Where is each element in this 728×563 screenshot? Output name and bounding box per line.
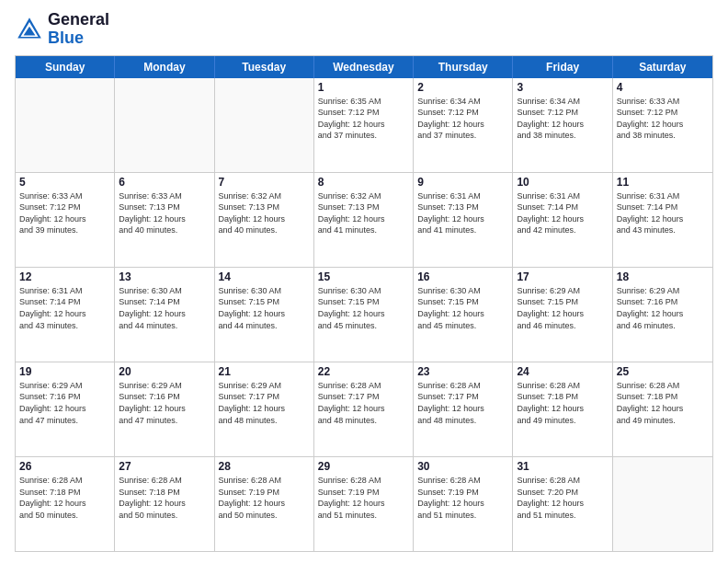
day-number: 22 <box>318 365 409 378</box>
day-info: Sunrise: 6:29 AM Sunset: 7:15 PM Dayligh… <box>517 285 608 331</box>
calendar: SundayMondayTuesdayWednesdayThursdayFrid… <box>15 55 713 552</box>
day-cell: 8Sunrise: 6:32 AM Sunset: 7:13 PM Daylig… <box>314 173 414 267</box>
day-cell: 20Sunrise: 6:29 AM Sunset: 7:16 PM Dayli… <box>115 362 214 456</box>
weekday-header: Monday <box>115 56 214 78</box>
weekday-header: Wednesday <box>314 56 414 78</box>
day-cell: 5Sunrise: 6:33 AM Sunset: 7:12 PM Daylig… <box>16 173 115 267</box>
day-info: Sunrise: 6:31 AM Sunset: 7:13 PM Dayligh… <box>417 190 508 236</box>
day-cell: 15Sunrise: 6:30 AM Sunset: 7:15 PM Dayli… <box>314 268 414 362</box>
calendar-row: 19Sunrise: 6:29 AM Sunset: 7:16 PM Dayli… <box>16 362 712 457</box>
day-info: Sunrise: 6:28 AM Sunset: 7:20 PM Dayligh… <box>517 475 608 521</box>
header: General Blue <box>15 11 713 48</box>
day-info: Sunrise: 6:31 AM Sunset: 7:14 PM Dayligh… <box>517 190 608 236</box>
day-cell: 10Sunrise: 6:31 AM Sunset: 7:14 PM Dayli… <box>513 173 612 267</box>
day-cell: 11Sunrise: 6:31 AM Sunset: 7:14 PM Dayli… <box>613 173 712 267</box>
empty-cell <box>215 78 314 172</box>
day-number: 7 <box>219 176 310 189</box>
day-cell: 18Sunrise: 6:29 AM Sunset: 7:16 PM Dayli… <box>613 268 712 362</box>
day-cell: 28Sunrise: 6:28 AM Sunset: 7:19 PM Dayli… <box>215 457 314 551</box>
day-info: Sunrise: 6:28 AM Sunset: 7:18 PM Dayligh… <box>617 380 709 426</box>
day-cell: 6Sunrise: 6:33 AM Sunset: 7:13 PM Daylig… <box>115 173 214 267</box>
day-info: Sunrise: 6:28 AM Sunset: 7:17 PM Dayligh… <box>318 380 409 426</box>
day-info: Sunrise: 6:33 AM Sunset: 7:12 PM Dayligh… <box>617 96 709 142</box>
day-cell: 23Sunrise: 6:28 AM Sunset: 7:17 PM Dayli… <box>414 362 513 456</box>
day-number: 18 <box>617 270 709 283</box>
day-info: Sunrise: 6:30 AM Sunset: 7:15 PM Dayligh… <box>219 285 310 331</box>
day-info: Sunrise: 6:30 AM Sunset: 7:15 PM Dayligh… <box>417 285 508 331</box>
day-info: Sunrise: 6:30 AM Sunset: 7:14 PM Dayligh… <box>119 285 210 331</box>
day-info: Sunrise: 6:31 AM Sunset: 7:14 PM Dayligh… <box>617 190 709 236</box>
day-info: Sunrise: 6:33 AM Sunset: 7:12 PM Dayligh… <box>19 190 110 236</box>
day-info: Sunrise: 6:31 AM Sunset: 7:14 PM Dayligh… <box>19 285 110 331</box>
day-info: Sunrise: 6:28 AM Sunset: 7:18 PM Dayligh… <box>19 475 110 521</box>
day-cell: 31Sunrise: 6:28 AM Sunset: 7:20 PM Dayli… <box>513 457 612 551</box>
day-number: 31 <box>517 460 608 473</box>
day-cell: 7Sunrise: 6:32 AM Sunset: 7:13 PM Daylig… <box>215 173 314 267</box>
day-number: 3 <box>517 81 608 94</box>
day-cell: 9Sunrise: 6:31 AM Sunset: 7:13 PM Daylig… <box>414 173 513 267</box>
day-info: Sunrise: 6:30 AM Sunset: 7:15 PM Dayligh… <box>318 285 409 331</box>
day-info: Sunrise: 6:28 AM Sunset: 7:18 PM Dayligh… <box>119 475 210 521</box>
weekday-header: Tuesday <box>215 56 314 78</box>
day-cell: 30Sunrise: 6:28 AM Sunset: 7:19 PM Dayli… <box>414 457 513 551</box>
day-number: 4 <box>617 81 709 94</box>
day-info: Sunrise: 6:29 AM Sunset: 7:16 PM Dayligh… <box>617 285 709 331</box>
day-info: Sunrise: 6:34 AM Sunset: 7:12 PM Dayligh… <box>517 96 608 142</box>
day-number: 10 <box>517 176 608 189</box>
day-info: Sunrise: 6:33 AM Sunset: 7:13 PM Dayligh… <box>119 190 210 236</box>
day-number: 20 <box>119 365 210 378</box>
calendar-row: 26Sunrise: 6:28 AM Sunset: 7:18 PM Dayli… <box>16 457 712 551</box>
day-number: 24 <box>517 365 608 378</box>
day-info: Sunrise: 6:32 AM Sunset: 7:13 PM Dayligh… <box>219 190 310 236</box>
day-number: 23 <box>417 365 508 378</box>
day-cell: 3Sunrise: 6:34 AM Sunset: 7:12 PM Daylig… <box>513 78 612 172</box>
logo-general: General <box>48 11 109 29</box>
day-info: Sunrise: 6:28 AM Sunset: 7:19 PM Dayligh… <box>417 475 508 521</box>
day-cell: 17Sunrise: 6:29 AM Sunset: 7:15 PM Dayli… <box>513 268 612 362</box>
weekday-header: Saturday <box>613 56 712 78</box>
empty-cell <box>613 457 712 551</box>
calendar-row: 1Sunrise: 6:35 AM Sunset: 7:12 PM Daylig… <box>16 78 712 173</box>
day-number: 28 <box>219 460 310 473</box>
day-cell: 27Sunrise: 6:28 AM Sunset: 7:18 PM Dayli… <box>115 457 214 551</box>
day-number: 17 <box>517 270 608 283</box>
day-number: 16 <box>417 270 508 283</box>
day-cell: 22Sunrise: 6:28 AM Sunset: 7:17 PM Dayli… <box>314 362 414 456</box>
calendar-row: 5Sunrise: 6:33 AM Sunset: 7:12 PM Daylig… <box>16 173 712 268</box>
empty-cell <box>16 78 115 172</box>
calendar-row: 12Sunrise: 6:31 AM Sunset: 7:14 PM Dayli… <box>16 268 712 362</box>
day-info: Sunrise: 6:29 AM Sunset: 7:17 PM Dayligh… <box>219 380 310 426</box>
day-number: 29 <box>318 460 409 473</box>
day-cell: 21Sunrise: 6:29 AM Sunset: 7:17 PM Dayli… <box>215 362 314 456</box>
day-number: 6 <box>119 176 210 189</box>
day-number: 30 <box>417 460 508 473</box>
day-number: 8 <box>318 176 409 189</box>
day-info: Sunrise: 6:29 AM Sunset: 7:16 PM Dayligh… <box>119 380 210 426</box>
day-number: 2 <box>417 81 508 94</box>
day-cell: 1Sunrise: 6:35 AM Sunset: 7:12 PM Daylig… <box>314 78 414 172</box>
day-info: Sunrise: 6:28 AM Sunset: 7:18 PM Dayligh… <box>517 380 608 426</box>
day-cell: 14Sunrise: 6:30 AM Sunset: 7:15 PM Dayli… <box>215 268 314 362</box>
logo-blue: Blue <box>48 29 109 48</box>
day-info: Sunrise: 6:35 AM Sunset: 7:12 PM Dayligh… <box>318 96 409 142</box>
day-info: Sunrise: 6:29 AM Sunset: 7:16 PM Dayligh… <box>19 380 110 426</box>
day-info: Sunrise: 6:28 AM Sunset: 7:17 PM Dayligh… <box>417 380 508 426</box>
day-number: 27 <box>119 460 210 473</box>
day-number: 5 <box>19 176 110 189</box>
day-number: 14 <box>219 270 310 283</box>
day-number: 12 <box>19 270 110 283</box>
calendar-header: SundayMondayTuesdayWednesdayThursdayFrid… <box>16 56 712 78</box>
day-info: Sunrise: 6:28 AM Sunset: 7:19 PM Dayligh… <box>219 475 310 521</box>
day-cell: 19Sunrise: 6:29 AM Sunset: 7:16 PM Dayli… <box>16 362 115 456</box>
logo: General Blue <box>15 11 109 48</box>
day-cell: 4Sunrise: 6:33 AM Sunset: 7:12 PM Daylig… <box>613 78 712 172</box>
day-number: 21 <box>219 365 310 378</box>
day-number: 11 <box>617 176 709 189</box>
calendar-body: 1Sunrise: 6:35 AM Sunset: 7:12 PM Daylig… <box>16 78 712 551</box>
day-cell: 29Sunrise: 6:28 AM Sunset: 7:19 PM Dayli… <box>314 457 414 551</box>
day-cell: 2Sunrise: 6:34 AM Sunset: 7:12 PM Daylig… <box>414 78 513 172</box>
weekday-header: Sunday <box>16 56 115 78</box>
logo-text: General Blue <box>48 11 109 48</box>
day-cell: 26Sunrise: 6:28 AM Sunset: 7:18 PM Dayli… <box>16 457 115 551</box>
weekday-header: Friday <box>513 56 612 78</box>
